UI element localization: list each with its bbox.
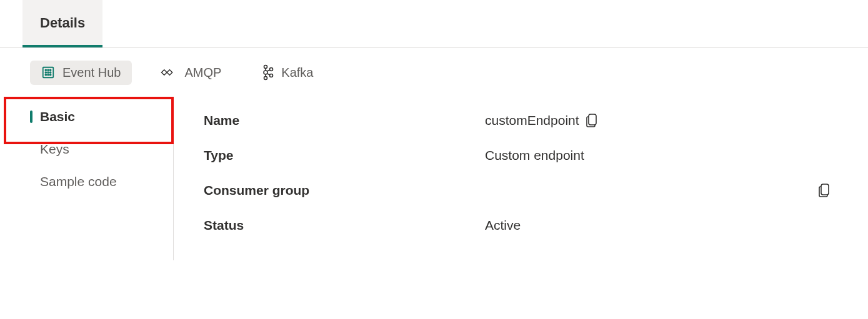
source-eventhub[interactable]: Event Hub	[30, 61, 132, 85]
tab-details-label: Details	[40, 15, 85, 31]
svg-point-9	[50, 74, 51, 76]
main-content: Basic Keys Sample code Name customEndpoi…	[0, 97, 868, 260]
field-name-value: customEndpoint	[485, 113, 579, 128]
svg-point-2	[47, 69, 49, 71]
source-kafka-label: Kafka	[281, 66, 313, 80]
svg-line-18	[267, 74, 271, 75]
field-name-valuewrap: customEndpoint	[485, 113, 831, 128]
svg-point-12	[264, 77, 267, 80]
amqp-icon	[161, 67, 177, 78]
source-amqp-label: AMQP	[184, 66, 221, 80]
svg-point-7	[45, 74, 46, 76]
svg-line-17	[267, 70, 271, 71]
svg-point-6	[50, 72, 51, 73]
field-status-label: Status	[204, 218, 485, 233]
sidenav-samplecode[interactable]: Sample code	[4, 165, 173, 198]
source-kafka[interactable]: Kafka	[250, 59, 324, 86]
field-name-label: Name	[204, 113, 485, 128]
kafka-icon	[261, 64, 274, 81]
source-amqp[interactable]: AMQP	[149, 61, 232, 85]
sidenav-basic[interactable]: Basic	[4, 101, 173, 133]
copy-consumergroup-button[interactable]	[818, 183, 831, 198]
svg-point-4	[45, 72, 46, 73]
svg-point-8	[47, 74, 49, 76]
svg-rect-20	[821, 184, 829, 195]
eventhub-icon	[41, 66, 55, 79]
source-type-row: Event Hub AMQP Kafka	[0, 48, 868, 97]
sidenav-samplecode-label: Sample code	[40, 174, 117, 189]
svg-point-5	[47, 72, 49, 73]
field-type-valuewrap: Custom endpoint	[485, 148, 831, 163]
field-status-row: Status Active	[204, 208, 831, 243]
copy-name-button[interactable]	[586, 113, 598, 128]
field-consumergroup-valuewrap	[485, 183, 831, 198]
copy-icon	[586, 113, 598, 128]
field-consumergroup-label: Consumer group	[204, 183, 485, 198]
sidenav-basic-label: Basic	[40, 109, 75, 124]
svg-rect-19	[589, 114, 596, 125]
sidenav-keys[interactable]: Keys	[4, 133, 173, 165]
field-type-value: Custom endpoint	[485, 148, 584, 163]
source-eventhub-label: Event Hub	[62, 66, 121, 80]
sidenav-keys-label: Keys	[40, 142, 69, 156]
field-consumergroup-row: Consumer group	[204, 173, 831, 208]
tab-details[interactable]: Details	[22, 0, 102, 47]
field-status-valuewrap: Active	[485, 218, 831, 233]
side-nav: Basic Keys Sample code	[4, 97, 174, 260]
field-type-row: Type Custom endpoint	[204, 138, 831, 173]
details-pane: Name customEndpoint Type Custom endpoint	[174, 97, 868, 260]
field-status-value: Active	[485, 218, 521, 233]
top-tab-bar: Details	[0, 0, 868, 48]
svg-point-3	[50, 69, 51, 71]
field-name-row: Name customEndpoint	[204, 103, 831, 138]
copy-icon	[818, 183, 831, 198]
svg-point-11	[264, 71, 267, 74]
field-type-label: Type	[204, 148, 485, 163]
svg-point-1	[45, 69, 46, 71]
svg-point-10	[264, 66, 267, 69]
